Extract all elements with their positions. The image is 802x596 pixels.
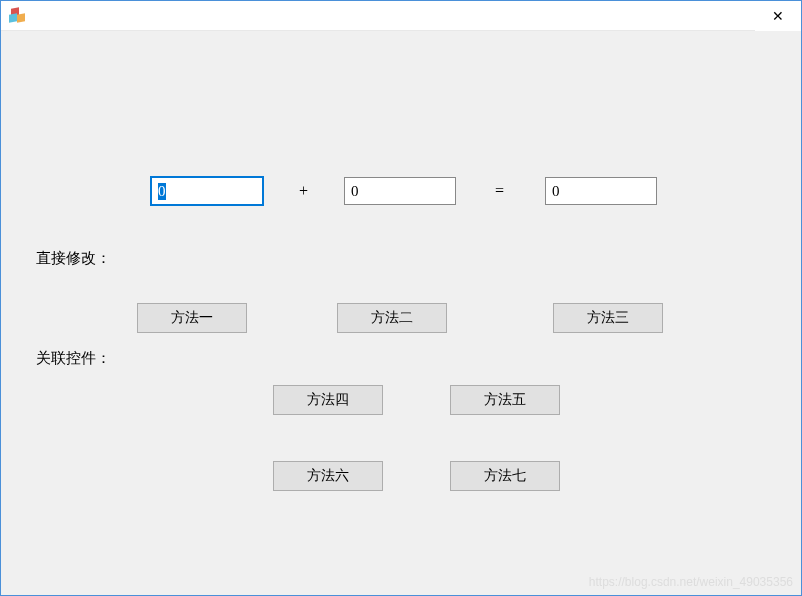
method5-button[interactable]: 方法五 <box>450 385 560 415</box>
app-icon <box>9 8 25 24</box>
titlebar: ✕ <box>1 1 801 31</box>
close-icon: ✕ <box>772 8 784 24</box>
watermark-text: https://blog.csdn.net/weixin_49035356 <box>589 575 793 589</box>
app-window: ✕ + = 直接修改： 方法一 方法二 方法三 关联控件： 方法四 方法五 方法… <box>0 0 802 596</box>
plus-label: + <box>299 182 308 200</box>
method6-button[interactable]: 方法六 <box>273 461 383 491</box>
linked-control-label: 关联控件： <box>36 349 111 368</box>
method2-button[interactable]: 方法二 <box>337 303 447 333</box>
result-input[interactable] <box>545 177 657 205</box>
operand2-input[interactable] <box>344 177 456 205</box>
method4-button[interactable]: 方法四 <box>273 385 383 415</box>
close-button[interactable]: ✕ <box>755 1 801 31</box>
method7-button[interactable]: 方法七 <box>450 461 560 491</box>
equals-label: = <box>495 182 504 200</box>
client-area: + = 直接修改： 方法一 方法二 方法三 关联控件： 方法四 方法五 方法六 … <box>1 31 801 595</box>
method3-button[interactable]: 方法三 <box>553 303 663 333</box>
direct-modify-label: 直接修改： <box>36 249 111 268</box>
method1-button[interactable]: 方法一 <box>137 303 247 333</box>
operand1-input[interactable] <box>151 177 263 205</box>
titlebar-left <box>9 8 31 24</box>
